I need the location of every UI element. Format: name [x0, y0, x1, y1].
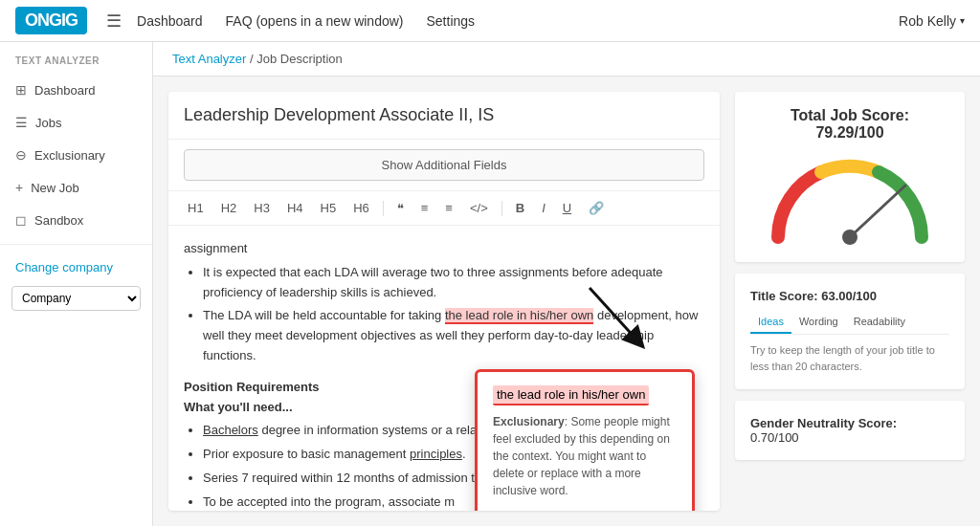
editor-panel: Leadership Development Associate II, IS …: [168, 92, 720, 511]
tab-wording[interactable]: Wording: [791, 311, 846, 334]
user-name: Rob Kelly: [899, 13, 956, 29]
breadcrumb-current: Job Description: [256, 52, 343, 66]
sidebar-item-label: Dashboard: [34, 83, 96, 98]
breadcrumb: Text Analyzer / Job Description: [153, 42, 980, 77]
show-fields-button[interactable]: Show Additional Fields: [184, 149, 704, 181]
sidebar-item-sandbox[interactable]: ◻ Sandbox: [0, 204, 152, 236]
toolbar-h4[interactable]: H4: [283, 199, 307, 217]
newjob-icon: +: [15, 180, 23, 195]
editor-bullet-2: The LDA will be held accountable for tak…: [203, 306, 704, 365]
toolbar-ul[interactable]: ≡: [417, 199, 433, 217]
score-panel: Total Job Score: 79.29/100: [735, 92, 965, 511]
gender-score-title: Gender Neutrality Score:: [750, 416, 949, 430]
toolbar-sep-2: [501, 201, 502, 216]
gauge-container: [764, 151, 936, 247]
toolbar-italic[interactable]: I: [538, 199, 549, 217]
toolbar-quote[interactable]: ❝: [393, 199, 408, 217]
editor-title: Leadership Development Associate II, IS: [168, 92, 720, 140]
editor-bullet-list: It is expected that each LDA will averag…: [184, 263, 704, 366]
dashboard-icon: ⊞: [15, 82, 27, 98]
top-nav: ONGIG ☰ Dashboard FAQ (opens in a new wi…: [0, 0, 980, 42]
main-layout: TEXT ANALYZER ⊞ Dashboard ☰ Jobs ⊖ Exclu…: [0, 42, 980, 526]
score-tabs: Ideas Wording Readability: [750, 311, 949, 335]
tab-readability[interactable]: Readability: [846, 311, 913, 334]
hamburger-menu[interactable]: ☰: [106, 11, 122, 32]
tooltip-suggestions: their the your: [493, 509, 677, 511]
sidebar-item-dashboard[interactable]: ⊞ Dashboard: [0, 74, 152, 106]
sidebar-label: TEXT ANALYZER: [0, 42, 152, 74]
title-score-description: Try to keep the length of your job title…: [750, 342, 949, 374]
sandbox-icon: ◻: [15, 212, 27, 228]
jobs-icon: ☰: [15, 115, 28, 130]
nav-user[interactable]: Rob Kelly ▾: [899, 13, 965, 29]
exclusionary-icon: ⊖: [15, 147, 27, 163]
content-columns: Leadership Development Associate II, IS …: [153, 77, 980, 526]
toolbar-h1[interactable]: H1: [184, 199, 208, 217]
nav-dashboard[interactable]: Dashboard: [137, 13, 203, 29]
toolbar-h6[interactable]: H6: [349, 199, 373, 217]
content-area: Text Analyzer / Job Description Leadersh…: [153, 42, 980, 526]
toolbar-underline[interactable]: U: [559, 199, 575, 217]
title-score-title: Title Score: 63.00/100: [750, 289, 949, 303]
gauge-svg: [764, 151, 936, 247]
sidebar-item-exclusionary[interactable]: ⊖ Exclusionary: [0, 139, 152, 171]
editor-bullet-1: It is expected that each LDA will averag…: [203, 263, 704, 303]
toolbar-ol[interactable]: ≡: [441, 199, 457, 217]
sidebar-item-label: New Job: [31, 181, 79, 195]
sidebar: TEXT ANALYZER ⊞ Dashboard ☰ Jobs ⊖ Exclu…: [0, 42, 153, 526]
tooltip-description: Exclusionary: Some people might feel exc…: [493, 413, 677, 499]
app-logo: ONGIG: [15, 7, 87, 34]
total-score-card: Total Job Score: 79.29/100: [735, 92, 965, 262]
toolbar-code[interactable]: </>: [466, 199, 492, 217]
toolbar-bold[interactable]: B: [512, 199, 528, 217]
gender-score-value: 0.70/100: [750, 430, 949, 445]
nav-faq[interactable]: FAQ (opens in a new window): [226, 13, 404, 29]
toolbar-h3[interactable]: H3: [250, 199, 274, 217]
toolbar-h5[interactable]: H5: [317, 199, 341, 217]
toolbar-h2[interactable]: H2: [217, 199, 241, 217]
highlighted-phrase: the lead role in his/her own: [445, 308, 593, 324]
toolbar-link[interactable]: 🔗: [585, 199, 608, 217]
svg-line-0: [850, 186, 905, 237]
breadcrumb-link[interactable]: Text Analyzer: [172, 52, 246, 66]
tooltip-popup: the lead role in his/her own Exclusionar…: [475, 369, 695, 511]
editor-intro: assignment: [184, 239, 704, 259]
tab-ideas[interactable]: Ideas: [750, 311, 791, 334]
nav-settings[interactable]: Settings: [427, 13, 476, 29]
toolbar-sep-1: [383, 201, 384, 216]
sidebar-item-jobs[interactable]: ☰ Jobs: [0, 106, 152, 139]
company-select[interactable]: Company: [11, 286, 141, 311]
sidebar-item-label: Sandbox: [34, 213, 83, 228]
logo-on: ON: [25, 11, 49, 30]
title-score-card: Title Score: 63.00/100 Ideas Wording Rea…: [735, 274, 965, 389]
change-company-link[interactable]: Change company: [0, 252, 152, 282]
suggestion-1[interactable]: their: [510, 509, 677, 511]
sidebar-item-label: Jobs: [35, 116, 61, 130]
total-score-title: Total Job Score: 79.29/100: [750, 107, 949, 142]
editor-toolbar: H1 H2 H3 H4 H5 H6 ❝ ≡ ≡ </> B I U 🔗: [168, 190, 720, 226]
svg-point-1: [842, 230, 858, 245]
gender-score-card: Gender Neutrality Score: 0.70/100: [735, 401, 965, 460]
nav-links: Dashboard FAQ (opens in a new window) Se…: [137, 13, 899, 29]
user-caret-icon: ▾: [960, 15, 965, 26]
sidebar-item-newjob[interactable]: + New Job: [0, 171, 152, 204]
tooltip-highlight: the lead role in his/her own: [493, 385, 649, 405]
logo-gig: GIG: [49, 11, 78, 30]
sidebar-divider: [0, 244, 152, 245]
sidebar-item-label: Exclusionary: [34, 148, 105, 163]
